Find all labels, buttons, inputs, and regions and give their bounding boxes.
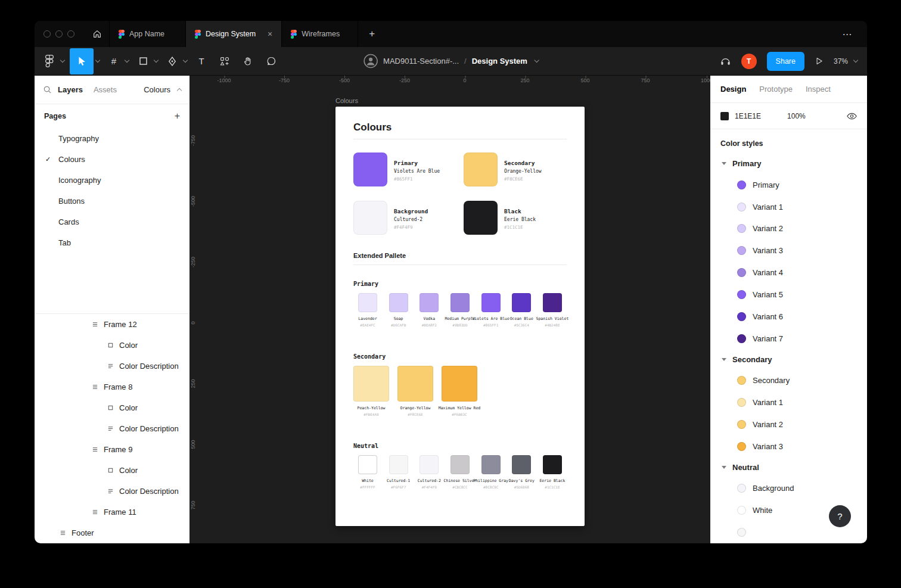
window-zoom-button[interactable] [67, 30, 74, 38]
tab-design[interactable]: Design [720, 85, 746, 94]
project-name[interactable]: MAD9011-Section#-... [383, 57, 459, 66]
chevron-down-icon[interactable] [183, 57, 188, 62]
style-group-neutral[interactable]: Neutral [710, 458, 867, 478]
layer-row[interactable]: Color [35, 335, 189, 356]
tab-design-system[interactable]: Design System × [186, 21, 282, 47]
style-item[interactable]: Variant 2 [710, 218, 867, 240]
hand-tool-icon[interactable] [239, 48, 257, 74]
layer-row[interactable]: Frame 11 [35, 502, 189, 522]
layer-row[interactable]: Color Description [35, 481, 189, 502]
page-label: Buttons [58, 197, 85, 206]
search-icon[interactable] [43, 85, 52, 94]
group-label-secondary: Secondary [353, 353, 567, 360]
canvas[interactable]: -1000 -750 -500 -250 0 250 500 750 1000 … [189, 76, 710, 543]
swatch-hex: #5C36C4 [514, 323, 529, 327]
share-button[interactable]: Share [767, 52, 804, 71]
home-button[interactable] [85, 21, 110, 47]
visibility-eye-icon[interactable] [847, 113, 857, 120]
style-item[interactable]: Variant 3 [710, 239, 867, 262]
left-sidebar: Layers Assets Colours Pages + Typography… [35, 76, 189, 543]
style-item[interactable]: Variant 1 [710, 391, 867, 413]
page-item-colours[interactable]: ✓ Colours [35, 149, 189, 170]
layer-row[interactable]: Color Description [35, 418, 189, 439]
layer-row[interactable]: Color Description [35, 356, 189, 377]
page-item-buttons[interactable]: Buttons [35, 191, 189, 211]
page-item-tab[interactable]: Tab [35, 232, 189, 253]
color-swatch [420, 455, 439, 474]
style-item[interactable]: Primary [710, 174, 867, 196]
style-item[interactable]: Variant 4 [710, 262, 867, 284]
style-group-secondary[interactable]: Secondary [710, 349, 867, 369]
background-color-swatch[interactable] [720, 112, 729, 120]
frame-tool-icon[interactable]: # [105, 48, 123, 74]
tab-assets[interactable]: Assets [94, 85, 117, 94]
chevron-down-icon[interactable] [125, 57, 129, 62]
figma-menu-button[interactable] [41, 47, 64, 75]
page-item-typography[interactable]: Typography [35, 128, 189, 149]
page-selector[interactable]: Colours [144, 85, 181, 94]
tab-wireframes[interactable]: Wireframes [282, 21, 358, 47]
close-tab-icon[interactable]: × [268, 30, 272, 38]
frame-name-label[interactable]: Colours [335, 97, 358, 104]
style-color-dot [737, 203, 746, 211]
swatch-hex: #8C8C9C [483, 485, 498, 489]
resources-icon[interactable] [216, 48, 234, 74]
tab-app-name[interactable]: App Name [110, 21, 186, 47]
swatch-hex: #CBC8CC [452, 485, 467, 489]
layer-row[interactable]: Frame 8 [35, 377, 189, 397]
style-item[interactable]: Variant 1 [710, 196, 867, 218]
style-label: Variant 3 [753, 442, 783, 451]
style-label: Variant 4 [753, 268, 783, 277]
style-label: Variant 1 [753, 203, 783, 211]
style-item[interactable]: Secondary [710, 369, 867, 391]
new-tab-button[interactable]: + [358, 21, 386, 47]
chevron-expanded-icon [722, 466, 726, 469]
style-color-dot [737, 224, 746, 233]
pen-tool-icon[interactable] [163, 48, 181, 74]
present-play-icon[interactable] [815, 57, 824, 66]
tab-inspect[interactable]: Inspect [806, 85, 831, 94]
layer-row[interactable]: Color [35, 460, 189, 481]
style-item[interactable]: Variant 5 [710, 284, 867, 306]
background-hex-value[interactable]: 1E1E1E [735, 112, 761, 120]
file-owner-avatar-icon[interactable] [363, 54, 378, 69]
colours-frame[interactable]: Colours Primary Violets Are Blue #865FF1 [335, 107, 585, 526]
window-close-button[interactable] [44, 30, 51, 38]
chevron-down-icon[interactable] [95, 57, 100, 62]
user-avatar[interactable]: T [741, 54, 757, 69]
style-item[interactable]: Variant 7 [710, 328, 867, 350]
text-tool-icon[interactable]: T [192, 48, 210, 74]
style-item[interactable]: Variant 6 [710, 306, 867, 328]
tab-layers[interactable]: Layers [58, 85, 83, 94]
file-name[interactable]: Design System [472, 57, 527, 66]
zoom-control[interactable]: 37% [834, 57, 857, 66]
window-minimize-button[interactable] [55, 30, 63, 38]
style-item[interactable]: Background [710, 477, 867, 499]
chevron-down-icon[interactable] [535, 57, 539, 62]
h-ruler-label: 1000 [701, 77, 710, 83]
style-label: Primary [753, 181, 779, 189]
layer-row[interactable]: Footer [35, 522, 189, 543]
add-page-button[interactable]: + [175, 111, 180, 122]
chevron-down-icon[interactable] [154, 57, 159, 62]
page-item-iconography[interactable]: Iconography [35, 170, 189, 191]
page-item-cards[interactable]: Cards [35, 211, 189, 232]
style-item[interactable]: Variant 3 [710, 435, 867, 458]
swatch-cell: Spanish Violet#4B248E [538, 293, 567, 327]
layer-row[interactable]: Frame 12 [35, 314, 189, 335]
audio-headphones-icon[interactable] [720, 55, 731, 67]
style-item[interactable]: Variant 2 [710, 413, 867, 435]
color-swatch [512, 293, 531, 312]
move-tool-button[interactable] [70, 48, 94, 74]
layer-row[interactable]: Color [35, 397, 189, 418]
rectangle-tool-icon[interactable] [134, 48, 152, 74]
help-button[interactable]: ? [829, 505, 851, 527]
style-group-primary[interactable]: Primary [710, 154, 867, 174]
layer-row[interactable]: Frame 9 [35, 439, 189, 460]
window-more-button[interactable]: ⋯ [828, 21, 868, 47]
tab-prototype[interactable]: Prototype [759, 85, 793, 94]
background-opacity-value[interactable]: 100% [787, 112, 806, 120]
color-swatch [353, 366, 389, 402]
comment-icon[interactable] [262, 48, 280, 74]
color-styles-title: Color styles [710, 129, 867, 154]
